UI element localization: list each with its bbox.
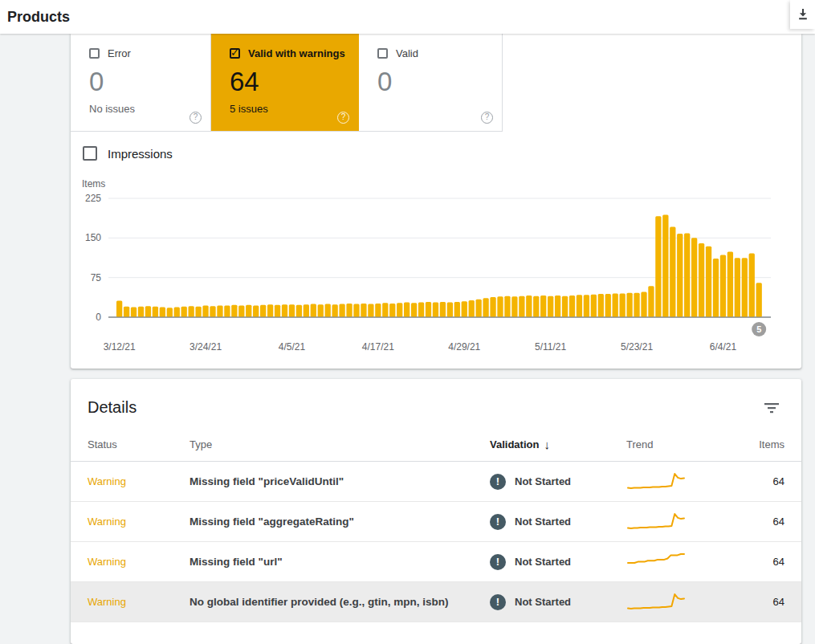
chart-bar[interactable] xyxy=(260,305,266,317)
chart-bar[interactable] xyxy=(648,286,654,317)
chart-bar[interactable] xyxy=(153,307,158,317)
chart-bar[interactable] xyxy=(411,303,417,317)
chart-bar[interactable] xyxy=(691,238,697,317)
chart-bar[interactable] xyxy=(202,306,208,317)
chart-bar[interactable] xyxy=(353,304,359,317)
chart-bar[interactable] xyxy=(174,308,180,317)
filter-button[interactable] xyxy=(761,399,782,417)
chart-bar[interactable] xyxy=(548,296,553,317)
chart-bar[interactable] xyxy=(462,301,467,317)
chart-bar[interactable] xyxy=(433,303,438,317)
chart-bar[interactable] xyxy=(641,291,646,317)
chart-bar[interactable] xyxy=(289,304,295,317)
chart-bar[interactable] xyxy=(727,251,733,317)
chart-bar[interactable] xyxy=(454,302,460,317)
chart-bar[interactable] xyxy=(540,296,546,317)
chart-bar[interactable] xyxy=(167,308,173,317)
table-row[interactable]: Warning Missing field "url" ! Not Starte… xyxy=(71,542,801,582)
chart-bar[interactable] xyxy=(418,303,424,317)
chart-bar[interactable] xyxy=(662,214,668,317)
chart-bar[interactable] xyxy=(311,304,316,317)
chart-bar[interactable] xyxy=(562,296,568,317)
chart-bar[interactable] xyxy=(526,296,532,317)
error-filter-chip[interactable]: Error 0 No issues ? xyxy=(71,34,211,131)
chart-bar[interactable] xyxy=(282,304,287,317)
chart-bar[interactable] xyxy=(742,258,748,317)
chart-bar[interactable] xyxy=(160,308,165,317)
chart-bar[interactable] xyxy=(145,306,151,317)
chart-bar[interactable] xyxy=(361,304,366,317)
chart-bar[interactable] xyxy=(275,305,280,317)
valid-filter-chip[interactable]: Valid 0 ? xyxy=(359,34,503,131)
chart-bar[interactable] xyxy=(699,243,704,317)
valid-with-warnings-filter-chip[interactable]: Valid with warnings 64 5 issues ? xyxy=(211,34,359,131)
chart-bar[interactable] xyxy=(713,259,719,317)
chart-bar[interactable] xyxy=(584,295,589,317)
chart-bar[interactable] xyxy=(598,294,604,317)
chart-bar[interactable] xyxy=(189,306,194,317)
chart-bar[interactable] xyxy=(346,304,352,317)
chart-bar[interactable] xyxy=(591,295,597,317)
chart-bar[interactable] xyxy=(613,293,618,317)
chart-bar[interactable] xyxy=(339,304,344,317)
help-icon[interactable]: ? xyxy=(481,112,493,124)
chart-bar[interactable] xyxy=(231,305,237,317)
chart-bar[interactable] xyxy=(749,253,755,317)
error-checkbox[interactable] xyxy=(89,48,100,59)
table-row[interactable]: Warning Missing field "priceValidUntil" … xyxy=(71,462,801,502)
impressions-checkbox[interactable] xyxy=(83,146,97,161)
col-type[interactable]: Type xyxy=(189,438,490,450)
table-row[interactable]: Warning No global identifier provided (e… xyxy=(71,582,801,622)
chart-bar[interactable] xyxy=(670,227,675,317)
chart-bar[interactable] xyxy=(440,302,446,317)
chart-bar[interactable] xyxy=(131,308,137,317)
chart-bar[interactable] xyxy=(138,307,144,317)
chart-bar[interactable] xyxy=(655,216,661,317)
chart-bar[interactable] xyxy=(577,295,582,317)
chart-bar[interactable] xyxy=(238,306,244,317)
col-validation[interactable]: Validation ↓ xyxy=(490,438,626,451)
col-items[interactable]: Items xyxy=(713,438,784,450)
chart-bar[interactable] xyxy=(533,296,539,317)
chart-bar[interactable] xyxy=(720,255,726,317)
table-row[interactable]: Warning Missing field "aggregateRating" … xyxy=(71,502,801,542)
chart-bar[interactable] xyxy=(605,294,611,317)
chart-bar[interactable] xyxy=(404,303,410,317)
chart-bar[interactable] xyxy=(397,303,402,317)
chart-bar[interactable] xyxy=(253,306,259,317)
chart-bar[interactable] xyxy=(210,306,215,317)
chart-bar[interactable] xyxy=(677,234,683,317)
chart-bar[interactable] xyxy=(181,307,187,317)
help-icon[interactable]: ? xyxy=(337,112,349,124)
col-trend[interactable]: Trend xyxy=(626,438,713,450)
chart-bar[interactable] xyxy=(497,296,503,317)
impressions-toggle[interactable]: Impressions xyxy=(83,146,801,161)
valid-with-warnings-checkbox[interactable] xyxy=(230,48,240,59)
chart-bar[interactable] xyxy=(389,304,395,317)
download-button[interactable] xyxy=(790,0,815,29)
chart-bar[interactable] xyxy=(304,304,309,317)
chart-bar[interactable] xyxy=(426,302,431,317)
chart-bar[interactable] xyxy=(519,296,524,317)
chart-bar[interactable] xyxy=(375,304,381,317)
chart-bar[interactable] xyxy=(318,304,324,317)
chart-bar[interactable] xyxy=(296,305,302,317)
chart-bar[interactable] xyxy=(195,307,201,317)
chart-bar[interactable] xyxy=(224,306,230,317)
chart-bar[interactable] xyxy=(124,307,129,317)
valid-checkbox[interactable] xyxy=(377,48,388,59)
chart-bar[interactable] xyxy=(116,301,122,317)
chart-bar[interactable] xyxy=(325,304,331,317)
chart-bar[interactable] xyxy=(504,296,510,317)
chart-bar[interactable] xyxy=(735,258,740,317)
chart-bar[interactable] xyxy=(555,296,560,317)
chart-bar[interactable] xyxy=(447,303,453,317)
chart-bar[interactable] xyxy=(332,304,338,317)
chart-bar[interactable] xyxy=(490,297,495,317)
chart-bar[interactable] xyxy=(634,293,639,317)
chart-bar[interactable] xyxy=(382,303,388,317)
chart-bar[interactable] xyxy=(469,300,475,317)
help-icon[interactable]: ? xyxy=(189,112,202,124)
chart-bar[interactable] xyxy=(483,298,488,317)
chart-bar[interactable] xyxy=(217,306,222,317)
